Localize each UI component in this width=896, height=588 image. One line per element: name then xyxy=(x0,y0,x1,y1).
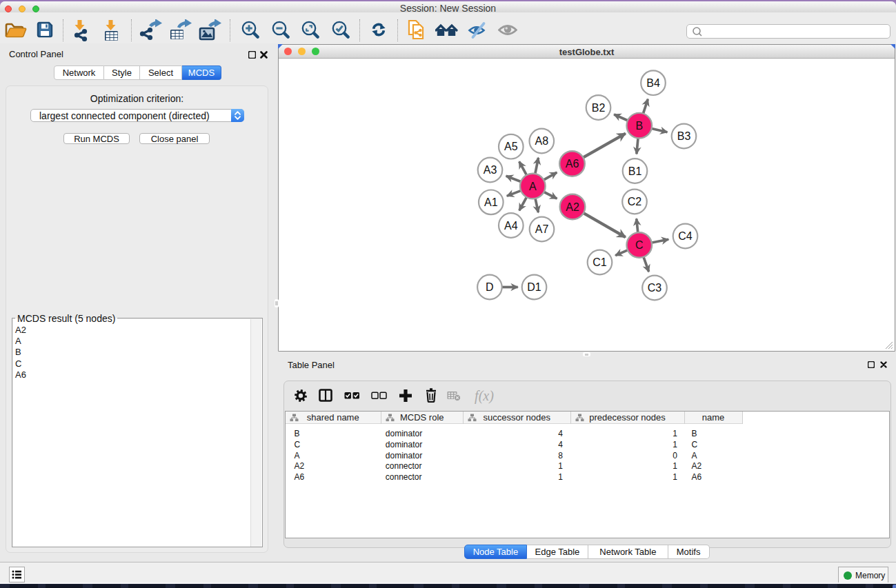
svg-text:A7: A7 xyxy=(535,223,549,235)
svg-text:B: B xyxy=(635,120,643,132)
svg-text:A5: A5 xyxy=(504,141,518,152)
svg-text:A4: A4 xyxy=(504,220,518,232)
svg-text:A2: A2 xyxy=(566,201,579,213)
svg-text:B1: B1 xyxy=(628,165,642,177)
svg-text:C: C xyxy=(635,239,644,251)
svg-text:C1: C1 xyxy=(593,256,607,268)
svg-text:A1: A1 xyxy=(484,196,498,208)
svg-text:D1: D1 xyxy=(527,281,541,293)
svg-text:A: A xyxy=(529,181,537,192)
svg-text:B4: B4 xyxy=(646,77,660,89)
svg-text:C2: C2 xyxy=(628,196,642,207)
svg-text:B2: B2 xyxy=(592,102,606,114)
svg-text:A6: A6 xyxy=(566,158,579,170)
svg-text:A3: A3 xyxy=(484,164,497,176)
svg-text:A8: A8 xyxy=(535,135,549,147)
svg-text:C4: C4 xyxy=(678,230,693,242)
svg-text:D: D xyxy=(486,281,494,293)
svg-text:B3: B3 xyxy=(677,130,691,142)
svg-text:C3: C3 xyxy=(648,282,662,294)
